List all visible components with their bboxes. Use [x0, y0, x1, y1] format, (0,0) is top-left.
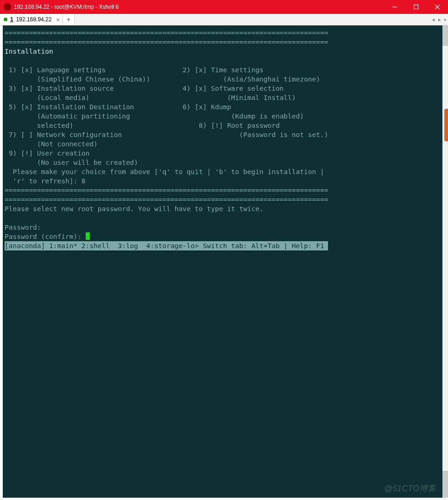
tmux-status-line: [anaconda] 1:main* 2:shell 3:log 4:stora… — [5, 241, 328, 250]
menu-item-3-sub: (Local media) — [5, 94, 89, 101]
menu-item-7: 7) [ ] Network configuration — [5, 131, 122, 138]
tab-scroll-right-icon[interactable]: ► — [437, 17, 442, 22]
tab-menu-icon[interactable]: ▾ — [444, 17, 446, 22]
divider-line: ========================================… — [5, 187, 328, 194]
maximize-icon — [413, 4, 419, 10]
terminal-output: ========================================… — [3, 25, 442, 250]
menu-item-5-sub: (Automatic partitioning — [5, 112, 130, 120]
window-title: 192.168.94.22 - root@KVM:/tmp - Xshell 6 — [14, 4, 119, 10]
new-tab-button[interactable]: + — [63, 14, 75, 25]
minimize-icon — [392, 4, 398, 10]
choice-prompt-line1: Please make your choice from above ['q' … — [5, 168, 324, 175]
password-prompt: Password: — [5, 224, 45, 231]
menu-item-2: 2) [x] Time settings — [183, 66, 264, 74]
menu-item-4-sub: (Minimal Install) — [199, 94, 296, 101]
maximize-button[interactable] — [405, 0, 427, 14]
status-dot-icon — [4, 18, 7, 21]
minimize-button[interactable] — [384, 0, 405, 14]
scroll-thumb-bottom[interactable] — [442, 471, 448, 498]
cursor-icon — [86, 232, 90, 240]
tab-label: 192.168.94.22 — [16, 16, 52, 23]
menu-item-6-sub: (Kdump is enabled) — [203, 112, 304, 120]
menu-item-2-sub: (Asia/Shanghai timezone) — [195, 75, 320, 83]
scroll-thumb-top[interactable] — [442, 25, 448, 46]
divider-line: ========================================… — [5, 196, 328, 203]
divider-line: ========================================… — [5, 29, 328, 37]
tab-scroll-left-icon[interactable]: ◄ — [431, 17, 435, 22]
watermark-text: @51CTO博客 — [384, 483, 436, 494]
svg-rect-1 — [414, 5, 418, 9]
vertical-scrollbar[interactable] — [442, 25, 448, 498]
menu-item-3: 3) [x] Installation source — [5, 85, 114, 92]
terminal[interactable]: ========================================… — [3, 25, 442, 498]
tab-index: 1 — [10, 16, 13, 23]
terminal-container: ========================================… — [0, 25, 448, 500]
menu-item-8: 8) [!] Root password — [199, 122, 280, 129]
section-header: Installation — [5, 48, 53, 55]
session-tab[interactable]: 1 192.168.94.22 × — [0, 14, 63, 25]
menu-item-7-sub: (Not connected) — [5, 140, 98, 148]
menu-item-6: 6) [x] Kdump — [183, 103, 231, 111]
tab-overflow-controls: ◄ ► ▾ — [429, 14, 448, 25]
tab-close-icon[interactable]: × — [56, 16, 60, 23]
menu-item-1: 1) [x] Language settings — [5, 66, 106, 74]
menu-item-5: 5) [x] Installation Destination — [5, 103, 134, 111]
side-grip-icon[interactable] — [444, 109, 448, 141]
menu-item-9-sub: (No user will be created) — [5, 159, 138, 166]
password-confirm-prompt: Password (confirm): — [5, 233, 86, 240]
menu-item-5-sub2: selected) — [5, 122, 73, 129]
tab-bar: 1 192.168.94.22 × + ◄ ► ▾ — [0, 14, 448, 25]
menu-item-4: 4) [x] Software selection — [183, 85, 284, 92]
menu-item-9: 9) [!] User creation — [5, 150, 89, 157]
close-button[interactable] — [427, 0, 448, 14]
menu-item-1-sub: (Simplified Chinese (China)) — [5, 75, 150, 83]
divider-line: ========================================… — [5, 38, 328, 46]
password-instruction: Please select new root password. You wil… — [5, 205, 264, 212]
app-icon — [4, 3, 11, 11]
close-icon — [435, 4, 440, 10]
window-titlebar: 192.168.94.22 - root@KVM:/tmp - Xshell 6 — [0, 0, 448, 14]
menu-item-8-sub: (Password is not set.) — [211, 131, 328, 138]
choice-prompt-line2: 'r' to refresh]: 8 — [5, 177, 86, 185]
